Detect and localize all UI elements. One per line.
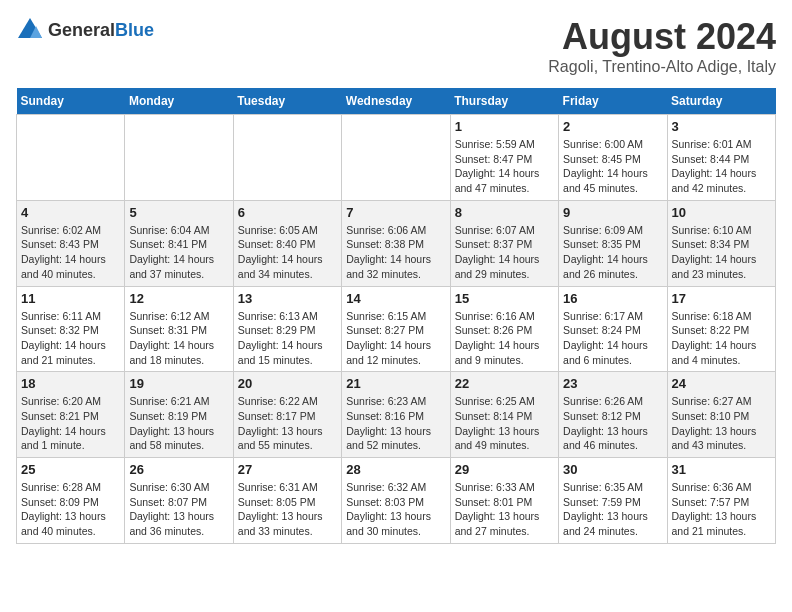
calendar-cell: 29Sunrise: 6:33 AM Sunset: 8:01 PM Dayli… bbox=[450, 458, 558, 544]
calendar-cell bbox=[233, 115, 341, 201]
calendar-cell: 9Sunrise: 6:09 AM Sunset: 8:35 PM Daylig… bbox=[559, 200, 667, 286]
day-number: 2 bbox=[563, 119, 662, 134]
calendar-cell: 20Sunrise: 6:22 AM Sunset: 8:17 PM Dayli… bbox=[233, 372, 341, 458]
calendar-cell bbox=[342, 115, 450, 201]
calendar-cell: 1Sunrise: 5:59 AM Sunset: 8:47 PM Daylig… bbox=[450, 115, 558, 201]
day-info: Sunrise: 6:30 AM Sunset: 8:07 PM Dayligh… bbox=[129, 480, 228, 539]
day-number: 11 bbox=[21, 291, 120, 306]
day-info: Sunrise: 6:06 AM Sunset: 8:38 PM Dayligh… bbox=[346, 223, 445, 282]
day-number: 31 bbox=[672, 462, 771, 477]
day-number: 1 bbox=[455, 119, 554, 134]
day-number: 8 bbox=[455, 205, 554, 220]
calendar-cell: 4Sunrise: 6:02 AM Sunset: 8:43 PM Daylig… bbox=[17, 200, 125, 286]
day-number: 18 bbox=[21, 376, 120, 391]
day-info: Sunrise: 6:32 AM Sunset: 8:03 PM Dayligh… bbox=[346, 480, 445, 539]
day-number: 30 bbox=[563, 462, 662, 477]
day-number: 25 bbox=[21, 462, 120, 477]
day-info: Sunrise: 6:00 AM Sunset: 8:45 PM Dayligh… bbox=[563, 137, 662, 196]
day-info: Sunrise: 6:26 AM Sunset: 8:12 PM Dayligh… bbox=[563, 394, 662, 453]
logo: GeneralBlue bbox=[16, 16, 154, 44]
day-info: Sunrise: 6:13 AM Sunset: 8:29 PM Dayligh… bbox=[238, 309, 337, 368]
header-wednesday: Wednesday bbox=[342, 88, 450, 115]
calendar-cell: 5Sunrise: 6:04 AM Sunset: 8:41 PM Daylig… bbox=[125, 200, 233, 286]
day-number: 6 bbox=[238, 205, 337, 220]
day-info: Sunrise: 6:27 AM Sunset: 8:10 PM Dayligh… bbox=[672, 394, 771, 453]
day-number: 10 bbox=[672, 205, 771, 220]
day-info: Sunrise: 6:18 AM Sunset: 8:22 PM Dayligh… bbox=[672, 309, 771, 368]
calendar-header-row: SundayMondayTuesdayWednesdayThursdayFrid… bbox=[17, 88, 776, 115]
day-info: Sunrise: 6:35 AM Sunset: 7:59 PM Dayligh… bbox=[563, 480, 662, 539]
day-number: 5 bbox=[129, 205, 228, 220]
calendar-cell: 27Sunrise: 6:31 AM Sunset: 8:05 PM Dayli… bbox=[233, 458, 341, 544]
header-thursday: Thursday bbox=[450, 88, 558, 115]
calendar-cell: 13Sunrise: 6:13 AM Sunset: 8:29 PM Dayli… bbox=[233, 286, 341, 372]
header-saturday: Saturday bbox=[667, 88, 775, 115]
day-info: Sunrise: 6:25 AM Sunset: 8:14 PM Dayligh… bbox=[455, 394, 554, 453]
day-number: 13 bbox=[238, 291, 337, 306]
day-number: 26 bbox=[129, 462, 228, 477]
day-info: Sunrise: 6:05 AM Sunset: 8:40 PM Dayligh… bbox=[238, 223, 337, 282]
calendar-cell: 15Sunrise: 6:16 AM Sunset: 8:26 PM Dayli… bbox=[450, 286, 558, 372]
week-row-4: 18Sunrise: 6:20 AM Sunset: 8:21 PM Dayli… bbox=[17, 372, 776, 458]
day-number: 14 bbox=[346, 291, 445, 306]
calendar-cell: 22Sunrise: 6:25 AM Sunset: 8:14 PM Dayli… bbox=[450, 372, 558, 458]
day-number: 17 bbox=[672, 291, 771, 306]
calendar-cell: 6Sunrise: 6:05 AM Sunset: 8:40 PM Daylig… bbox=[233, 200, 341, 286]
calendar-cell: 11Sunrise: 6:11 AM Sunset: 8:32 PM Dayli… bbox=[17, 286, 125, 372]
day-info: Sunrise: 6:15 AM Sunset: 8:27 PM Dayligh… bbox=[346, 309, 445, 368]
day-number: 9 bbox=[563, 205, 662, 220]
day-number: 21 bbox=[346, 376, 445, 391]
day-info: Sunrise: 6:11 AM Sunset: 8:32 PM Dayligh… bbox=[21, 309, 120, 368]
calendar-cell: 30Sunrise: 6:35 AM Sunset: 7:59 PM Dayli… bbox=[559, 458, 667, 544]
day-info: Sunrise: 6:21 AM Sunset: 8:19 PM Dayligh… bbox=[129, 394, 228, 453]
calendar-cell: 26Sunrise: 6:30 AM Sunset: 8:07 PM Dayli… bbox=[125, 458, 233, 544]
page-title: August 2024 bbox=[548, 16, 776, 58]
day-info: Sunrise: 6:22 AM Sunset: 8:17 PM Dayligh… bbox=[238, 394, 337, 453]
day-info: Sunrise: 6:20 AM Sunset: 8:21 PM Dayligh… bbox=[21, 394, 120, 453]
day-info: Sunrise: 6:02 AM Sunset: 8:43 PM Dayligh… bbox=[21, 223, 120, 282]
calendar-cell: 17Sunrise: 6:18 AM Sunset: 8:22 PM Dayli… bbox=[667, 286, 775, 372]
day-info: Sunrise: 6:17 AM Sunset: 8:24 PM Dayligh… bbox=[563, 309, 662, 368]
calendar-cell: 19Sunrise: 6:21 AM Sunset: 8:19 PM Dayli… bbox=[125, 372, 233, 458]
header-sunday: Sunday bbox=[17, 88, 125, 115]
day-number: 4 bbox=[21, 205, 120, 220]
day-info: Sunrise: 6:07 AM Sunset: 8:37 PM Dayligh… bbox=[455, 223, 554, 282]
calendar-cell: 25Sunrise: 6:28 AM Sunset: 8:09 PM Dayli… bbox=[17, 458, 125, 544]
calendar-cell: 12Sunrise: 6:12 AM Sunset: 8:31 PM Dayli… bbox=[125, 286, 233, 372]
day-info: Sunrise: 5:59 AM Sunset: 8:47 PM Dayligh… bbox=[455, 137, 554, 196]
day-info: Sunrise: 6:28 AM Sunset: 8:09 PM Dayligh… bbox=[21, 480, 120, 539]
calendar-table: SundayMondayTuesdayWednesdayThursdayFrid… bbox=[16, 88, 776, 544]
day-info: Sunrise: 6:36 AM Sunset: 7:57 PM Dayligh… bbox=[672, 480, 771, 539]
day-info: Sunrise: 6:23 AM Sunset: 8:16 PM Dayligh… bbox=[346, 394, 445, 453]
title-area: August 2024 Ragoli, Trentino-Alto Adige,… bbox=[548, 16, 776, 76]
page-subtitle: Ragoli, Trentino-Alto Adige, Italy bbox=[548, 58, 776, 76]
day-number: 23 bbox=[563, 376, 662, 391]
logo-text: GeneralBlue bbox=[48, 20, 154, 41]
day-number: 3 bbox=[672, 119, 771, 134]
day-number: 29 bbox=[455, 462, 554, 477]
calendar-cell: 2Sunrise: 6:00 AM Sunset: 8:45 PM Daylig… bbox=[559, 115, 667, 201]
logo-general: General bbox=[48, 20, 115, 40]
day-number: 15 bbox=[455, 291, 554, 306]
day-info: Sunrise: 6:12 AM Sunset: 8:31 PM Dayligh… bbox=[129, 309, 228, 368]
week-row-5: 25Sunrise: 6:28 AM Sunset: 8:09 PM Dayli… bbox=[17, 458, 776, 544]
day-info: Sunrise: 6:16 AM Sunset: 8:26 PM Dayligh… bbox=[455, 309, 554, 368]
day-number: 7 bbox=[346, 205, 445, 220]
calendar-cell: 3Sunrise: 6:01 AM Sunset: 8:44 PM Daylig… bbox=[667, 115, 775, 201]
calendar-cell: 7Sunrise: 6:06 AM Sunset: 8:38 PM Daylig… bbox=[342, 200, 450, 286]
calendar-cell: 23Sunrise: 6:26 AM Sunset: 8:12 PM Dayli… bbox=[559, 372, 667, 458]
calendar-cell: 24Sunrise: 6:27 AM Sunset: 8:10 PM Dayli… bbox=[667, 372, 775, 458]
calendar-cell: 8Sunrise: 6:07 AM Sunset: 8:37 PM Daylig… bbox=[450, 200, 558, 286]
calendar-cell: 14Sunrise: 6:15 AM Sunset: 8:27 PM Dayli… bbox=[342, 286, 450, 372]
day-info: Sunrise: 6:04 AM Sunset: 8:41 PM Dayligh… bbox=[129, 223, 228, 282]
day-number: 19 bbox=[129, 376, 228, 391]
day-info: Sunrise: 6:01 AM Sunset: 8:44 PM Dayligh… bbox=[672, 137, 771, 196]
calendar-body: 1Sunrise: 5:59 AM Sunset: 8:47 PM Daylig… bbox=[17, 115, 776, 544]
header-tuesday: Tuesday bbox=[233, 88, 341, 115]
header-friday: Friday bbox=[559, 88, 667, 115]
page-header: GeneralBlue August 2024 Ragoli, Trentino… bbox=[16, 16, 776, 76]
calendar-cell bbox=[17, 115, 125, 201]
day-number: 27 bbox=[238, 462, 337, 477]
day-info: Sunrise: 6:10 AM Sunset: 8:34 PM Dayligh… bbox=[672, 223, 771, 282]
calendar-cell: 31Sunrise: 6:36 AM Sunset: 7:57 PM Dayli… bbox=[667, 458, 775, 544]
